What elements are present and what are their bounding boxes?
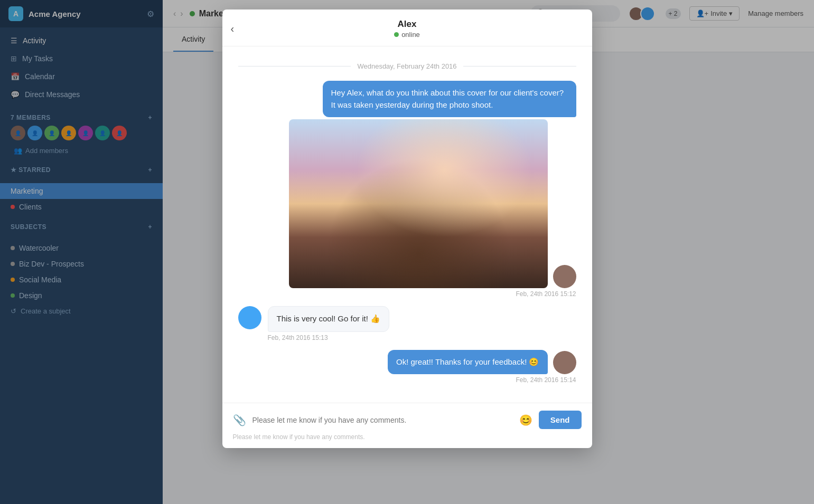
message-bubble-1: Hey Alex, what do you think about this c… [323,81,576,117]
footer-hint: Please let me know if you have any comme… [233,433,582,441]
footer-right-icons: 😊 [519,414,532,426]
sender-avatar-out [553,351,576,374]
online-status-dot [394,32,399,37]
modal-footer: 📎 😊 Send Please let me know if you have … [222,403,592,448]
message-image-container [238,119,576,288]
footer-attach-icons: 📎 [233,414,246,426]
modal-body: Wednesday, February 24th 2016 Hey Alex, … [222,46,592,403]
photo-figure [289,119,548,288]
modal-user-name: Alex [398,19,417,30]
emoji-icon[interactable]: 😊 [519,414,532,426]
modal-backdrop: ‹ Alex online Wednesday, February 24th 2… [0,0,814,504]
message-group-2: This is very cool! Go for it! 👍 Feb, 24t… [238,306,576,341]
date-divider: Wednesday, February 24th 2016 [238,62,576,70]
message-group-3: Ok! great!! Thanks for your feedback! 😊 … [238,350,576,384]
modal-header: ‹ Alex online [222,9,592,46]
sender-avatar-alex [238,306,261,329]
attach-icon[interactable]: 📎 [233,414,246,426]
send-button[interactable]: Send [539,411,582,429]
sender-avatar [553,265,576,288]
modal-user-status: online [394,31,420,39]
chat-modal: ‹ Alex online Wednesday, February 24th 2… [222,9,592,448]
message-timestamp-1: Feb, 24th 2016 15:12 [238,290,576,298]
modal-back-button[interactable]: ‹ [231,23,235,35]
message-input[interactable] [252,414,513,426]
message-bubble-2: This is very cool! Go for it! 👍 [268,306,390,332]
message-group-1: Hey Alex, what do you think about this c… [238,81,576,298]
message-bubble-3: Ok! great!! Thanks for your feedback! 😊 [388,350,548,375]
message-timestamp-3: Feb, 24th 2016 15:14 [238,376,576,384]
message-image [289,119,548,288]
message-outgoing-3: Ok! great!! Thanks for your feedback! 😊 [238,350,576,375]
modal-user-info: Alex online [394,19,420,39]
message-incoming-2: This is very cool! Go for it! 👍 [238,306,576,332]
footer-input-row: 📎 😊 Send [233,411,582,429]
message-timestamp-2: Feb, 24th 2016 15:13 [238,334,576,341]
message-outgoing-1: Hey Alex, what do you think about this c… [238,81,576,117]
